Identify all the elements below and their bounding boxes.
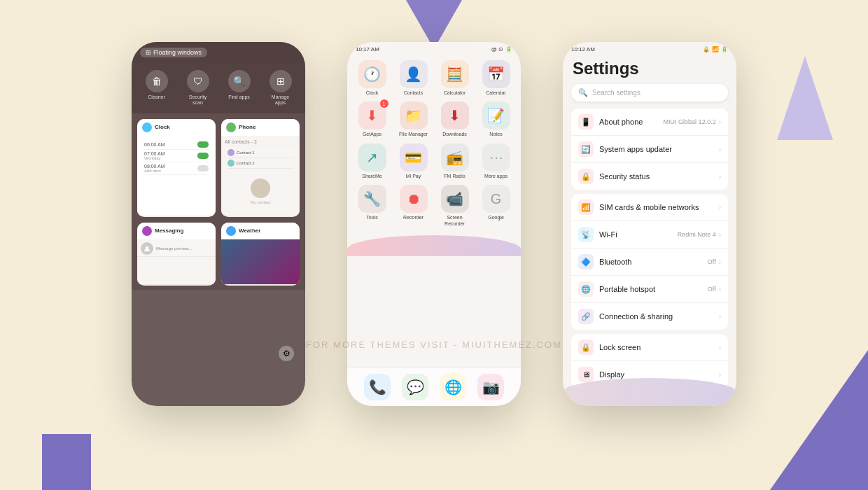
settings-item-system-apps-updater[interactable]: 🔄 System apps updater ›	[571, 136, 728, 163]
app-icon-file-manager: 📁	[400, 102, 428, 130]
weather-app-dot	[226, 226, 236, 236]
settings-item-sub: Redmi Note 4	[678, 231, 716, 238]
dock-phone[interactable]: 📞	[364, 374, 391, 400]
app-badge: 1	[380, 99, 388, 108]
p2-app-contacts[interactable]: 👤 Contacts	[396, 60, 431, 96]
p1-weather-header: Weather	[221, 223, 300, 239]
p1-header: ⊞ Floating windows	[132, 42, 305, 63]
alarm-toggle-3[interactable]	[197, 165, 209, 172]
dock-chrome[interactable]: 🌐	[440, 374, 466, 400]
p1-action-cleaner[interactable]: 🗑 Cleaner	[137, 70, 176, 106]
chevron-right-icon: ›	[719, 258, 721, 266]
p2-app-file-manager[interactable]: 📁 File Manager	[396, 102, 431, 137]
dock-messages[interactable]: 💬	[402, 374, 428, 400]
contact-item-1: Contact 1	[227, 148, 293, 158]
settings-item-connection-and-sharing[interactable]: 🔗 Connection & sharing ›	[571, 303, 728, 330]
msg-avatar	[141, 242, 153, 255]
app-label: Downloads	[442, 132, 467, 137]
p1-phone-card[interactable]: Phone All contacts - 2 Contact 1 Contact…	[221, 119, 300, 217]
manage-apps-icon: ⊞	[270, 70, 292, 92]
floating-settings-icon[interactable]: ⚙	[279, 346, 294, 361]
alarm-toggle-2[interactable]	[197, 153, 209, 159]
settings-item-about-phone[interactable]: 📱 About phone MIUI Global 12.0.2 ›	[571, 108, 728, 136]
settings-item-security-status[interactable]: 🔒 Security status ›	[571, 163, 728, 190]
find-apps-icon: 🔍	[228, 70, 251, 92]
phone-3: 10:12 AM 🔒 📶 🔋 Settings 🔍 Search setting…	[563, 42, 736, 406]
find-apps-label: Find apps	[228, 94, 250, 100]
p2-app-fm-radio[interactable]: 📻 FM Radio	[437, 144, 472, 179]
settings-item-portable-hotspot[interactable]: 🌐 Portable hotspot Off ›	[571, 276, 728, 303]
p2-app-screen-recorder[interactable]: 📹 Screen Recorder	[437, 185, 472, 227]
app-icon-notes: 📝	[482, 102, 510, 130]
p2-app-downloads[interactable]: ⬇ Downloads	[437, 102, 472, 137]
settings-item-lock-screen[interactable]: 🔒 Lock screen ›	[571, 334, 728, 361]
settings-item-bluetooth[interactable]: 🔷 Bluetooth Off ›	[571, 248, 728, 276]
app-label: Mi Pay	[406, 174, 421, 179]
chevron-right-icon: ›	[719, 146, 721, 153]
alarm-item-3: 08:00 AMAdd item	[144, 162, 209, 175]
p3-settings-list: 📱 About phone MIUI Global 12.0.2 › 🔄 Sys…	[563, 108, 736, 406]
p2-app-notes[interactable]: 📝 Notes	[478, 102, 514, 137]
app-label: Calculator	[444, 90, 466, 96]
chevron-right-icon: ›	[719, 204, 721, 211]
p1-weather-title: Weather	[239, 227, 260, 234]
settings-item-wi-fi[interactable]: 📡 Wi-Fi Redmi Note 4 ›	[571, 221, 728, 248]
phone-app-dot	[226, 122, 236, 132]
p3-search-bar[interactable]: 🔍 Search settings	[571, 84, 728, 102]
settings-icon: 📶	[578, 200, 594, 215]
settings-item-sub: MIUI Global 12.0.2	[664, 118, 716, 125]
p2-time: 10:17 AM	[356, 46, 379, 52]
contacts-list: Contact 1 Contact 2	[225, 146, 296, 170]
p1-clock-card[interactable]: Clock 06:00 AM 07:00 AMWorkday 08:	[137, 119, 216, 217]
p2-app-more-apps[interactable]: ⋯ More apps	[478, 144, 514, 179]
phone-2: 10:17 AM @ ⊙ 🔋 🕐 Clock 👤 Contacts 🧮 Calc…	[347, 42, 521, 406]
dock-camera[interactable]: 📷	[477, 374, 504, 400]
settings-item-sub: Off	[708, 286, 716, 293]
p2-app-google[interactable]: G Google	[478, 185, 514, 227]
p2-app-calculator[interactable]: 🧮 Calculator	[437, 60, 472, 96]
settings-icon: 🔒	[578, 169, 594, 184]
p1-action-manage[interactable]: ⊞ Manageapps	[261, 70, 300, 106]
p1-phone-header: Phone	[221, 119, 300, 136]
settings-icon: 📡	[578, 227, 594, 242]
p1-weather-body	[221, 239, 300, 284]
app-label: Contacts	[404, 90, 424, 96]
settings-item-sim-cards-and-mobile-networks[interactable]: 📶 SIM cards & mobile networks ›	[571, 194, 728, 221]
search-placeholder: Search settings	[592, 89, 640, 97]
p1-action-security[interactable]: 🛡 Securityscan	[178, 70, 217, 106]
p1-messaging-card[interactable]: Messaging Message preview...	[137, 223, 216, 286]
p3-group-1: 📶 SIM cards & mobile networks › 📡 Wi-Fi …	[571, 194, 728, 330]
p2-app-shareme[interactable]: ↗ ShareMe	[354, 144, 390, 179]
p2-app-calendar[interactable]: 📅 Calendar	[478, 60, 514, 96]
app-icon-calendar: 📅	[482, 60, 510, 88]
p2-status-icons: @ ⊙ 🔋	[491, 46, 512, 52]
settings-item-name: Bluetooth	[599, 258, 708, 266]
p2-app-tools[interactable]: 🔧 Tools	[354, 185, 390, 227]
app-icon-calculator: 🧮	[441, 60, 469, 88]
app-label: ShareMe	[362, 174, 382, 179]
p2-status-bar: 10:17 AM @ ⊙ 🔋	[347, 42, 521, 55]
cleaner-icon: 🗑	[146, 70, 168, 92]
p2-app-mi-pay[interactable]: 💳 Mi Pay	[396, 144, 431, 179]
p2-app-getapps[interactable]: ⬇ 1 GetApps	[354, 102, 390, 137]
settings-item-name: System apps updater	[599, 145, 719, 153]
chevron-right-icon: ›	[719, 313, 721, 321]
p1-weather-card[interactable]: Weather	[221, 223, 300, 286]
settings-icon: 📱	[578, 114, 594, 130]
p1-recent-grid: Clock 06:00 AM 07:00 AMWorkday 08:	[132, 113, 305, 223]
app-label: Notes	[489, 132, 502, 137]
messaging-app-dot	[142, 226, 152, 236]
p2-app-recorder[interactable]: ⏺ Recorder	[396, 185, 431, 227]
alarm-toggle-1[interactable]	[197, 141, 209, 148]
p1-clock-title: Clock	[155, 124, 170, 130]
app-label: Recorder	[403, 215, 424, 220]
p3-bottom-wave	[563, 378, 736, 406]
app-icon-screen-recorder: 📹	[441, 185, 469, 213]
bg-decoration-bl	[42, 434, 91, 490]
app-label: Tools	[366, 215, 377, 220]
p2-wave-decoration	[347, 235, 521, 256]
app-label: Screen Recorder	[437, 215, 472, 227]
p2-app-clock[interactable]: 🕐 Clock	[354, 60, 390, 96]
p1-action-find[interactable]: 🔍 Find apps	[220, 70, 258, 106]
settings-item-name: Lock screen	[599, 343, 719, 351]
